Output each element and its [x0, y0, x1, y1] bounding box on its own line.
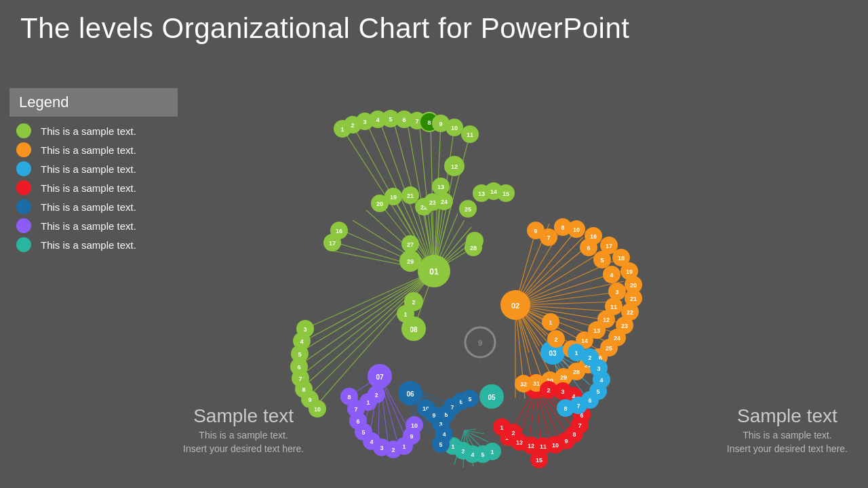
svg-text:29: 29: [560, 374, 567, 381]
svg-text:1: 1: [340, 126, 344, 133]
legend-item-purple: This is a sample text.: [16, 218, 178, 233]
svg-line-47: [515, 251, 604, 305]
svg-text:25: 25: [465, 206, 471, 213]
svg-text:07: 07: [376, 373, 384, 381]
svg-text:19: 19: [390, 194, 397, 201]
svg-text:27: 27: [407, 241, 414, 248]
svg-text:8: 8: [427, 119, 431, 126]
svg-text:19: 19: [626, 268, 633, 275]
svg-text:9: 9: [410, 433, 413, 440]
svg-text:13: 13: [593, 327, 600, 334]
svg-text:23: 23: [429, 199, 436, 206]
legend-item-orange: This is a sample text.: [16, 142, 178, 157]
svg-text:2: 2: [412, 299, 415, 306]
svg-text:1: 1: [403, 311, 407, 318]
legend-label-green: This is a sample text.: [41, 125, 136, 137]
svg-text:14: 14: [490, 188, 497, 195]
svg-text:4: 4: [471, 451, 474, 458]
svg-text:18: 18: [618, 255, 625, 262]
svg-text:4: 4: [370, 439, 373, 445]
svg-text:2: 2: [547, 387, 550, 394]
svg-text:10: 10: [573, 226, 580, 233]
svg-text:1: 1: [451, 443, 454, 450]
svg-text:7: 7: [354, 406, 357, 413]
node-01-label: 01: [429, 267, 439, 277]
svg-text:3: 3: [303, 326, 307, 333]
legend-item-green: This is a sample text.: [16, 123, 178, 138]
sample-text-left-title: Sample text: [183, 405, 304, 427]
legend-label-teal: This is a sample text.: [41, 239, 136, 251]
svg-text:9: 9: [308, 396, 311, 403]
svg-text:15: 15: [502, 190, 509, 197]
svg-text:13: 13: [478, 190, 485, 197]
sample-text-right: Sample text This is a sample text. Inser…: [727, 405, 848, 454]
svg-text:1: 1: [402, 443, 406, 450]
svg-text:2: 2: [351, 122, 354, 129]
svg-text:2: 2: [391, 447, 395, 453]
legend-item-teal-dark: This is a sample text.: [16, 199, 178, 214]
svg-text:02: 02: [511, 302, 519, 310]
svg-text:2: 2: [511, 430, 515, 436]
sample-text-left-line2: Insert your desired text here.: [183, 443, 304, 454]
svg-text:5: 5: [439, 441, 442, 448]
legend-dot-purple: [16, 218, 31, 233]
svg-text:12: 12: [528, 443, 534, 449]
svg-text:15: 15: [536, 457, 542, 464]
sample-text-right-title: Sample text: [727, 405, 848, 427]
legend-label-orange: This is a sample text.: [41, 144, 136, 156]
legend-dot-blue: [16, 161, 31, 176]
svg-text:11: 11: [467, 131, 473, 138]
svg-text:4: 4: [300, 338, 303, 345]
svg-text:23: 23: [621, 323, 628, 329]
svg-text:6: 6: [587, 245, 590, 251]
legend-dot-teal-dark: [16, 199, 31, 214]
svg-text:20: 20: [376, 201, 383, 207]
svg-text:1: 1: [366, 399, 370, 406]
svg-text:8: 8: [561, 224, 564, 231]
legend-panel: Legend This is a sample text. This is a …: [9, 88, 178, 256]
svg-text:29: 29: [407, 258, 414, 265]
svg-text:5: 5: [600, 257, 604, 264]
svg-text:12: 12: [603, 317, 610, 323]
svg-text:1: 1: [574, 350, 578, 357]
svg-text:10: 10: [451, 125, 458, 131]
legend-dot-teal: [16, 237, 31, 252]
svg-text:7: 7: [547, 235, 550, 241]
svg-text:32: 32: [520, 381, 527, 388]
svg-text:8: 8: [564, 405, 567, 412]
svg-text:17: 17: [329, 240, 336, 247]
svg-text:03: 03: [549, 350, 557, 357]
teal-nodes: 3 4 5 1 1: [444, 437, 501, 463]
legend-label-purple: This is a sample text.: [41, 220, 136, 232]
legend-label-blue: This is a sample text.: [41, 163, 136, 175]
svg-text:21: 21: [630, 296, 637, 302]
svg-text:6: 6: [588, 397, 591, 404]
svg-text:05: 05: [488, 394, 496, 401]
svg-text:5: 5: [298, 351, 301, 358]
svg-text:17: 17: [606, 243, 612, 249]
svg-text:21: 21: [407, 192, 414, 199]
svg-text:1: 1: [500, 424, 503, 431]
svg-text:2: 2: [588, 354, 591, 361]
legend-dot-orange: [16, 142, 31, 157]
svg-text:16: 16: [336, 228, 342, 235]
svg-text:10: 10: [411, 422, 418, 429]
svg-text:22: 22: [627, 309, 633, 316]
orange-nodes: 9 8 10 16 17 18 19 20 21 22 23 24 25 26 …: [515, 218, 642, 392]
svg-text:1: 1: [549, 319, 552, 326]
green-nodes-top: 1 2 3 4 5 6 7 8 9 10 11 12 13: [290, 110, 515, 418]
sample-text-left: Sample text This is a sample text. Inser…: [183, 405, 304, 454]
svg-text:4: 4: [610, 272, 613, 279]
legend-label-teal-dark: This is a sample text.: [41, 201, 136, 213]
svg-text:1: 1: [490, 449, 494, 455]
dark-blue-nodes: 10 9 3 4 5 8 7 6 5: [417, 390, 479, 453]
svg-line-120: [465, 429, 476, 430]
node-08-label: 08: [410, 326, 418, 333]
legend-dot-red: [16, 180, 31, 195]
svg-text:11: 11: [540, 443, 547, 450]
svg-text:5: 5: [389, 116, 392, 123]
svg-text:13: 13: [437, 184, 444, 190]
legend-item-teal: This is a sample text.: [16, 237, 178, 252]
sample-text-left-line1: This is a sample text.: [183, 430, 304, 441]
sample-text-right-line1: This is a sample text.: [727, 430, 848, 441]
